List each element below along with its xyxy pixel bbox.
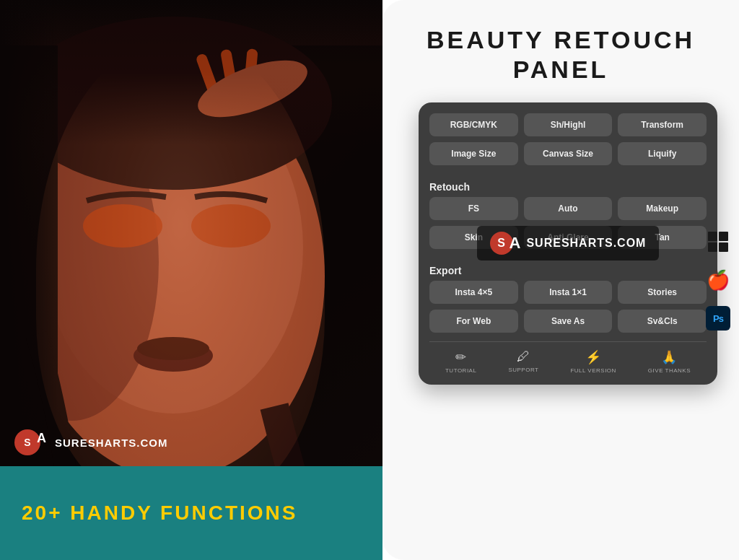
btn-liquify[interactable]: Liquify [618, 142, 707, 165]
win-sq-4 [719, 242, 728, 252]
btn-stories[interactable]: Stories [618, 281, 707, 304]
btn-save-as[interactable]: Save As [524, 310, 613, 333]
btn-anti-glare[interactable]: Anti Glare [524, 226, 613, 249]
footer-give-thanks[interactable]: 🙏 GIVE THANKS [648, 349, 691, 374]
photo-section: S SURESHARTS.COM 20+ HANDY FUNCTIONS [0, 0, 382, 560]
btn-canvas-size[interactable]: Canvas Size [524, 142, 613, 165]
tutorial-icon: ✏ [455, 349, 466, 365]
footer-tutorial[interactable]: ✏ TUTORIAL [445, 349, 476, 374]
svg-point-9 [191, 204, 271, 248]
title-line1: BEAUTY RETOUCH [427, 26, 695, 53]
page-title: BEAUTY RETOUCH PANEL [397, 25, 725, 84]
svg-point-4 [14, 17, 332, 190]
btn-insta-4x5[interactable]: Insta 4×5 [429, 281, 518, 304]
ps-label: Ps [713, 313, 723, 324]
btn-transform[interactable]: Transform [618, 113, 707, 136]
panel-row-1: RGB/CMYK Sh/Highl Transform [429, 113, 707, 136]
btn-sh-highl[interactable]: Sh/Highl [524, 113, 613, 136]
full-version-icon: ⚡ [585, 349, 601, 365]
title-line2: PANEL [513, 56, 609, 83]
panel-row-5: Insta 4×5 Insta 1×1 Stories [429, 281, 707, 304]
retouch-label: Retouch [429, 181, 707, 193]
btn-skin[interactable]: Skin [429, 226, 518, 249]
btn-for-web[interactable]: For Web [429, 310, 518, 333]
panel-card: RGB/CMYK Sh/Highl Transform Image Size C… [419, 102, 717, 385]
footer-full-version[interactable]: ⚡ FULL VERSION [570, 349, 616, 374]
windows-logo [708, 232, 728, 252]
give-thanks-label: GIVE THANKS [648, 367, 691, 374]
bottom-rest: HANDY FUNCTIONS [63, 502, 298, 524]
btn-image-size[interactable]: Image Size [429, 142, 518, 165]
support-label: SUPPORT [508, 367, 538, 373]
apple-logo: 🍎 [707, 269, 730, 292]
btn-fs[interactable]: FS [429, 197, 518, 220]
watermark-logo-photo: S [14, 429, 40, 455]
full-version-label: FULL VERSION [570, 367, 616, 374]
bottom-bar: 20+ HANDY FUNCTIONS [0, 466, 382, 560]
watermark-photo: S SURESHARTS.COM [14, 429, 168, 455]
apple-icon: 🍎 [704, 266, 732, 294]
title-area: BEAUTY RETOUCH PANEL [382, 0, 739, 99]
windows-icon [704, 228, 732, 255]
panel-row-6: For Web Save As Sv&Cls [429, 310, 707, 333]
tutorial-label: TUTORIAL [445, 367, 476, 374]
panel-footer: ✏ TUTORIAL 🖊 SUPPORT ⚡ FULL VERSION 🙏 GI… [429, 341, 707, 374]
svg-point-7 [137, 337, 209, 360]
os-icons: 🍎 Ps [704, 228, 732, 332]
ps-icon: Ps [704, 305, 732, 332]
bottom-bold: 20+ [22, 502, 63, 524]
svg-point-8 [83, 204, 162, 248]
footer-support[interactable]: 🖊 SUPPORT [508, 349, 538, 373]
give-thanks-icon: 🙏 [661, 349, 677, 365]
panel-row-2: Image Size Canvas Size Liquify [429, 142, 707, 165]
btn-rgb-cmyk[interactable]: RGB/CMYK [429, 113, 518, 136]
panel-row-4: Skin Anti Glare Tan [429, 226, 707, 249]
win-sq-3 [708, 242, 717, 252]
btn-makeup[interactable]: Makeup [618, 197, 707, 220]
panel-row-3: FS Auto Makeup [429, 197, 707, 220]
btn-sv-cls[interactable]: Sv&Cls [618, 310, 707, 333]
btn-auto[interactable]: Auto [524, 197, 613, 220]
right-section: BEAUTY RETOUCH PANEL RGB/CMYK Sh/Highl T… [382, 0, 739, 560]
support-icon: 🖊 [517, 349, 530, 364]
export-label: Export [429, 265, 707, 276]
win-sq-2 [719, 232, 728, 241]
win-sq-1 [708, 232, 717, 241]
watermark-text-photo: SURESHARTS.COM [55, 437, 168, 449]
ps-logo: Ps [706, 306, 730, 331]
btn-insta-1x1[interactable]: Insta 1×1 [524, 281, 613, 304]
btn-tan[interactable]: Tan [618, 226, 707, 249]
bottom-tagline: 20+ HANDY FUNCTIONS [22, 502, 297, 525]
